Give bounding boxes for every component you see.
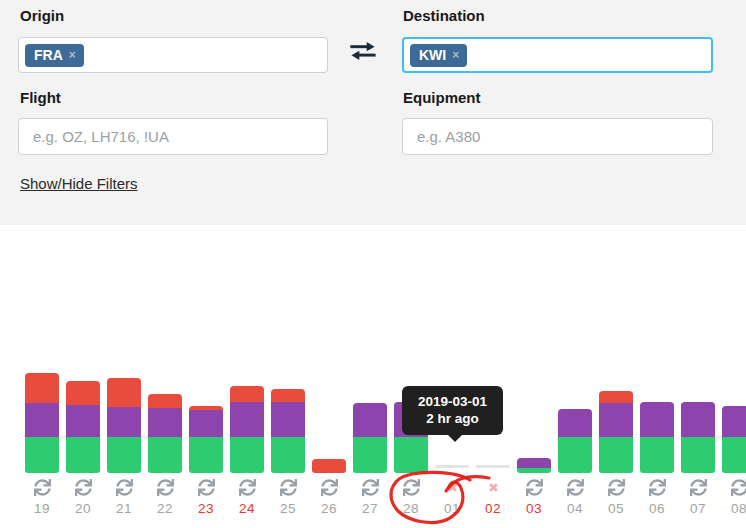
- bar-segment-purple: [353, 403, 387, 437]
- destination-input[interactable]: KWI ×: [402, 37, 713, 73]
- bar-segment-red: [230, 386, 264, 402]
- refresh-icon[interactable]: [722, 478, 746, 496]
- date-label: 25: [271, 501, 305, 516]
- bar-segment-green: [722, 437, 746, 473]
- show-hide-filters-link[interactable]: Show/Hide Filters: [20, 175, 138, 192]
- stacked-bar-22[interactable]: [148, 394, 182, 473]
- bar-segment-green: [230, 437, 264, 473]
- date-label: 05: [599, 501, 633, 516]
- destination-label: Destination: [403, 7, 485, 24]
- chart-column-07: 07: [681, 225, 715, 528]
- stacked-bar-06[interactable]: [640, 402, 674, 473]
- origin-tag-remove-icon[interactable]: ×: [69, 47, 76, 63]
- refresh-icon[interactable]: [148, 478, 182, 496]
- flight-label: Flight: [20, 89, 61, 106]
- refresh-icon[interactable]: [312, 478, 346, 496]
- bar-segment-purple: [558, 409, 592, 437]
- chart-column-25: 25: [271, 225, 305, 528]
- refresh-icon[interactable]: [66, 478, 100, 496]
- date-label: 21: [107, 501, 141, 516]
- date-label: 01: [435, 501, 469, 516]
- bar-segment-purple: [681, 402, 715, 437]
- date-label: 26: [312, 501, 346, 516]
- chart-column-22: 22: [148, 225, 182, 528]
- chart-column-27: 27: [353, 225, 387, 528]
- chart-column-03: 03: [517, 225, 551, 528]
- failed-times-icon: [435, 478, 469, 496]
- date-label: 04: [558, 501, 592, 516]
- stacked-bar-04[interactable]: [558, 409, 592, 473]
- chart-column-24: 24: [230, 225, 264, 528]
- chart-column-28: 28: [394, 225, 428, 528]
- tooltip-date: 2019-03-01: [402, 393, 503, 410]
- refresh-icon[interactable]: [189, 478, 223, 496]
- stacked-bar-19[interactable]: [25, 373, 59, 473]
- date-label: 02: [476, 501, 510, 516]
- bar-segment-purple: [517, 458, 551, 468]
- refresh-icon[interactable]: [517, 478, 551, 496]
- refresh-icon[interactable]: [681, 478, 715, 496]
- refresh-icon[interactable]: [353, 478, 387, 496]
- date-label: 28: [394, 501, 428, 516]
- tooltip-age: 2 hr ago: [402, 410, 503, 427]
- chart-column-19: 19: [25, 225, 59, 528]
- stacked-bar-26[interactable]: [312, 459, 346, 473]
- bar-segment-green: [681, 437, 715, 473]
- failed-times-icon: [476, 478, 510, 496]
- refresh-icon[interactable]: [394, 478, 428, 496]
- bar-segment-purple: [189, 410, 223, 437]
- swap-directions-icon[interactable]: [349, 41, 377, 61]
- bar-segment-purple: [722, 406, 746, 437]
- refresh-icon[interactable]: [230, 478, 264, 496]
- flight-input[interactable]: [18, 118, 328, 155]
- stacked-bar-24[interactable]: [230, 386, 264, 473]
- bar-segment-green: [271, 437, 305, 473]
- refresh-icon[interactable]: [599, 478, 633, 496]
- refresh-icon[interactable]: [107, 478, 141, 496]
- stacked-bar-08[interactable]: [722, 406, 746, 473]
- origin-tag-text: FRA: [34, 47, 63, 63]
- refresh-icon[interactable]: [640, 478, 674, 496]
- bar-segment-red: [599, 391, 633, 403]
- refresh-icon[interactable]: [25, 478, 59, 496]
- stacked-bar-05[interactable]: [599, 391, 633, 473]
- date-label: 27: [353, 501, 387, 516]
- refresh-icon[interactable]: [271, 478, 305, 496]
- equipment-input[interactable]: [402, 118, 713, 155]
- chart-column-01: 01: [435, 225, 469, 528]
- bar-segment-red: [25, 373, 59, 403]
- stacked-bar-03[interactable]: [517, 458, 551, 473]
- refresh-icon[interactable]: [558, 478, 592, 496]
- date-label: 23: [189, 501, 223, 516]
- equipment-label: Equipment: [403, 89, 481, 106]
- bar-segment-purple: [107, 407, 141, 437]
- stacked-bar-23[interactable]: [189, 406, 223, 473]
- stacked-bar-25[interactable]: [271, 389, 305, 473]
- bar-segment-green: [558, 437, 592, 473]
- bar-segment-red: [148, 394, 182, 408]
- bar-segment-green: [640, 437, 674, 473]
- bar-segment-red: [312, 459, 346, 473]
- stacked-bar-07[interactable]: [681, 402, 715, 473]
- stacked-bar-21[interactable]: [107, 378, 141, 473]
- bar-segment-green: [148, 437, 182, 473]
- bar-segment-green: [66, 437, 100, 473]
- bar-segment-red: [107, 378, 141, 407]
- date-label: 24: [230, 501, 264, 516]
- destination-tag-remove-icon[interactable]: ×: [452, 47, 459, 63]
- stacked-bar-20[interactable]: [66, 381, 100, 473]
- date-label: 08: [722, 501, 746, 516]
- origin-input[interactable]: FRA ×: [18, 37, 328, 73]
- stacked-bar-27[interactable]: [353, 403, 387, 473]
- chart-column-02: 02: [476, 225, 510, 528]
- date-label: 06: [640, 501, 674, 516]
- bar-segment-red: [271, 389, 305, 402]
- chart-column-23: 23: [189, 225, 223, 528]
- bar-segment-green: [394, 437, 428, 473]
- bar-segment-purple: [25, 403, 59, 437]
- chart-column-06: 06: [640, 225, 674, 528]
- chart: 192021222324252627280102030405060708: [0, 225, 746, 528]
- bar-segment-purple: [148, 408, 182, 437]
- origin-label: Origin: [20, 7, 64, 24]
- origin-tag: FRA ×: [25, 44, 84, 67]
